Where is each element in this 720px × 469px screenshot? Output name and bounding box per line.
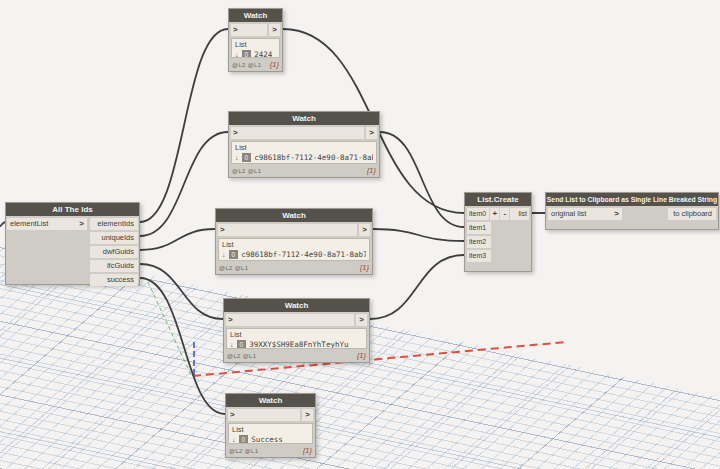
wire-success-to-watch[interactable] [140, 278, 225, 414]
watch-input-port[interactable]: > [226, 314, 354, 326]
node-watch-ifcguids[interactable]: Watch > > List ↓ 0 39XXY$SH9Ea8FnYhTeyhY… [223, 298, 370, 363]
list-index-badge: 0 [229, 250, 239, 259]
list-item-value: Success [251, 435, 309, 444]
list-count-badge: {1} [367, 166, 376, 175]
dynamo-canvas[interactable]: All The Ids elementList > elementIds uni… [0, 0, 720, 469]
node-title[interactable]: Watch [229, 9, 282, 22]
output-port-elementids[interactable]: elementIds [90, 218, 138, 230]
watch-content: List ↓ 0 c98618bf-7112-4e90-8a71-8ab768f… [218, 238, 370, 261]
list-index-badge: 0 [242, 50, 252, 58]
list-levels-label: @L2 @L1 [229, 448, 258, 454]
node-title[interactable]: Watch [224, 299, 369, 312]
watch-input-port[interactable]: > [231, 127, 364, 139]
node-title[interactable]: Watch [229, 112, 379, 125]
watch-content: List ↓ 0 39XXY$SH9Ea8FnYhTeyhYu [226, 328, 367, 349]
list-item-value: c98618bf-7112-4e90-8a71-8ab768f2b [241, 250, 366, 259]
chevron-right-icon: > [220, 224, 225, 236]
wire-watch-to-item2[interactable] [373, 229, 464, 241]
watch-content: List ↓ 0 Success [228, 423, 313, 444]
node-title[interactable]: All The Ids [6, 203, 139, 216]
list-count-badge: {1} [270, 60, 279, 69]
remove-input-button[interactable]: - [500, 208, 509, 220]
input-port-item2[interactable]: item2 [467, 236, 491, 248]
wire-watch-to-item3[interactable] [370, 255, 464, 319]
input-port-elementlist[interactable]: elementList > [7, 218, 87, 230]
output-port-to-clipboard[interactable]: to clipboard [668, 208, 716, 220]
node-watch-dwfguids[interactable]: Watch > > List ↓ 0 c98618bf-7112-4e90-8a… [215, 208, 373, 275]
chevron-right-icon: > [272, 24, 277, 36]
node-title[interactable]: Send List to Clipboard as Single Line Br… [546, 193, 718, 206]
chevron-right-icon: > [305, 409, 310, 421]
list-label: List [235, 40, 276, 49]
list-item-value: 39XXY$SH9Ea8FnYhTeyhYu [249, 340, 363, 349]
input-port-label: original list [551, 208, 586, 220]
wire-dwfguids-to-watch[interactable] [140, 229, 215, 250]
node-title[interactable]: Watch [216, 209, 372, 222]
input-port-item0[interactable]: item0 [467, 208, 489, 220]
arrow-down-icon: ↓ [235, 51, 239, 59]
output-port-list[interactable]: list [510, 208, 529, 220]
node-watch-uniqueids[interactable]: Watch > > List ↓ 0 c98618bf-7112-4e90-8a… [228, 111, 380, 178]
watch-content: List ↓ 0 c98618bf-7112-4e90-8a71-8ab768f… [231, 141, 377, 164]
watch-output-port[interactable]: > [302, 409, 313, 421]
chevron-right-icon: > [233, 24, 238, 36]
input-port-original-list[interactable]: original list > [548, 208, 622, 220]
list-count-badge: {1} [303, 446, 312, 455]
list-count-badge: {1} [360, 263, 369, 272]
arrow-down-icon: ↓ [232, 436, 236, 444]
chevron-right-icon: > [362, 224, 367, 236]
watch-input-port[interactable]: > [231, 24, 267, 36]
list-label: List [222, 240, 366, 249]
list-item-value: c98618bf-7112-4e90-8a71-8ab768f2b [254, 153, 373, 162]
add-input-button[interactable]: + [490, 208, 499, 220]
wire-elementids-to-watch[interactable] [140, 29, 228, 222]
input-port-item3[interactable]: item3 [467, 250, 491, 262]
wire-watch-to-item1[interactable] [380, 132, 464, 227]
chevron-right-icon: > [369, 127, 374, 139]
list-label: List [230, 330, 363, 339]
list-levels-label: @L2 @L1 [232, 62, 261, 68]
watch-content: List ↓ 0 2424 [231, 38, 280, 58]
watch-output-port[interactable]: > [269, 24, 280, 36]
output-port-success[interactable]: success [90, 274, 138, 286]
node-list-create[interactable]: List.Create item0 + - list item1 item2 i… [464, 192, 532, 272]
watch-input-port[interactable]: > [218, 224, 357, 236]
node-send-list-to-clipboard[interactable]: Send List to Clipboard as Single Line Br… [545, 192, 719, 230]
chevron-right-icon: > [79, 218, 84, 230]
node-all-the-ids[interactable]: All The Ids elementList > elementIds uni… [5, 202, 140, 285]
arrow-down-icon: ↓ [222, 251, 226, 259]
node-title[interactable]: List.Create [465, 193, 531, 206]
chevron-right-icon: > [228, 314, 233, 326]
watch-input-port[interactable]: > [228, 409, 300, 421]
list-label: List [232, 425, 309, 434]
list-index-badge: 0 [242, 153, 252, 162]
list-levels-label: @L2 @L1 [232, 168, 261, 174]
list-item-value: 2424 [254, 50, 276, 58]
output-port-dwfguids[interactable]: dwfGuids [90, 246, 138, 258]
list-levels-label: @L2 @L1 [219, 265, 248, 271]
chevron-right-icon: > [359, 314, 364, 326]
chevron-right-icon: > [230, 409, 235, 421]
list-label: List [235, 143, 373, 152]
list-index-badge: 0 [237, 340, 247, 349]
output-port-ifcguids[interactable]: ifcGuids [90, 260, 138, 272]
input-port-item1[interactable]: item1 [467, 222, 491, 234]
node-watch-elementids[interactable]: Watch > > List ↓ 0 2424 @L2 @L1 {1} [228, 8, 283, 72]
watch-output-port[interactable]: > [359, 224, 370, 236]
chevron-right-icon: > [614, 208, 619, 220]
list-count-badge: {1} [357, 351, 366, 360]
node-title[interactable]: Watch [226, 394, 315, 407]
list-index-badge: 0 [239, 435, 249, 444]
chevron-right-icon: > [233, 127, 238, 139]
node-watch-success[interactable]: Watch > > List ↓ 0 Success @L2 @L1 {1} [225, 393, 316, 458]
arrow-down-icon: ↓ [235, 154, 239, 162]
watch-output-port[interactable]: > [366, 127, 377, 139]
arrow-down-icon: ↓ [230, 341, 234, 349]
output-port-uniqueids[interactable]: uniqueIds [90, 232, 138, 244]
input-port-label: elementList [10, 218, 48, 230]
list-levels-label: @L2 @L1 [227, 353, 256, 359]
watch-output-port[interactable]: > [356, 314, 367, 326]
